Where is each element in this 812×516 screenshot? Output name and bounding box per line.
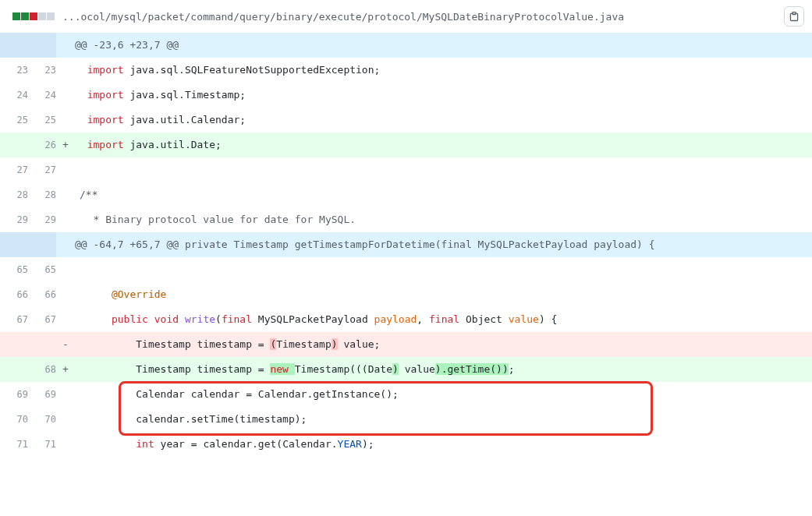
hunk-header: ⋮ @@ -64,7 +65,7 @@ private Timestamp ge…	[0, 232, 812, 257]
code: import java.util.Date;	[75, 133, 812, 157]
line-number-old[interactable]: 66	[0, 282, 28, 307]
code: calendar.setTime(timestamp);	[75, 407, 812, 432]
line-number-new[interactable]: 65	[28, 257, 56, 282]
diff-line: 70 70 calendar.setTime(timestamp);	[0, 407, 812, 432]
file-header: ...ocol/mysql/packet/command/query/binar…	[0, 0, 812, 33]
line-number-old[interactable]: 69	[0, 382, 28, 407]
diff-line: 71 71 int year = calendar.get(Calendar.Y…	[0, 432, 812, 457]
line-number-old[interactable]: 70	[0, 407, 28, 432]
code: * Binary protocol value for date for MyS…	[75, 207, 812, 232]
line-number-new[interactable]: 68	[28, 357, 56, 382]
line-number-old[interactable]: 65	[0, 257, 28, 282]
diff-line: 25 25 import java.util.Calendar;	[0, 108, 812, 133]
line-number-new[interactable]	[28, 332, 56, 357]
diff-container: ⋮ @@ -23,6 +23,7 @@ 23 23 import java.sq…	[0, 33, 812, 457]
line-number-new[interactable]: 69	[28, 382, 56, 407]
diff-line-added: 26 + import java.util.Date;	[0, 133, 812, 157]
line-number-old[interactable]: 24	[0, 83, 28, 108]
diff-line: 67 67 public void write(final MySQLPacke…	[0, 307, 812, 332]
diff-line: 27 27	[0, 157, 812, 182]
hunk-text: @@ -23,6 +23,7 @@	[75, 33, 812, 58]
line-number-old[interactable]: 23	[0, 58, 28, 83]
code	[75, 157, 812, 182]
line-number-new[interactable]: 24	[28, 83, 56, 108]
diff-line-deleted: - Timestamp timestamp = (Timestamp) valu…	[0, 332, 812, 357]
code: @Override	[75, 282, 812, 307]
line-number-new[interactable]: 26	[28, 133, 56, 157]
clipboard-icon	[789, 11, 800, 22]
line-number-new[interactable]: 66	[28, 282, 56, 307]
line-number-old[interactable]	[0, 357, 28, 382]
code: public void write(final MySQLPacketPaylo…	[75, 307, 812, 332]
hunk-text: @@ -64,7 +65,7 @@ private Timestamp getT…	[75, 232, 812, 257]
diff-line: 66 66 @Override	[0, 282, 812, 307]
expand-icon[interactable]: ⋮	[0, 33, 56, 58]
line-number-old[interactable]	[0, 133, 28, 157]
line-number-new[interactable]: 67	[28, 307, 56, 332]
line-number-old[interactable]	[0, 332, 28, 357]
code: Timestamp timestamp = (Timestamp) value;	[75, 332, 812, 357]
line-number-old[interactable]: 28	[0, 182, 28, 207]
diffstat-add-square	[21, 12, 29, 20]
code: import java.util.Calendar;	[75, 108, 812, 133]
diff-line: 69 69 Calendar calendar = Calendar.getIn…	[0, 382, 812, 407]
diffstat-neutral-square	[47, 12, 55, 20]
code: import java.sql.SQLFeatureNotSupportedEx…	[75, 58, 812, 83]
line-number-new[interactable]: 23	[28, 58, 56, 83]
line-number-new[interactable]: 28	[28, 182, 56, 207]
add-marker: +	[56, 357, 75, 382]
line-number-old[interactable]: 71	[0, 432, 28, 457]
line-number-old[interactable]: 27	[0, 157, 28, 182]
diff-line: 28 28 /**	[0, 182, 812, 207]
diffstat-add-square	[12, 12, 20, 20]
line-number-old[interactable]: 29	[0, 207, 28, 232]
diff-line: 29 29 * Binary protocol value for date f…	[0, 207, 812, 232]
line-number-old[interactable]: 67	[0, 307, 28, 332]
code	[75, 257, 812, 282]
copy-path-button[interactable]	[784, 6, 804, 27]
code: /**	[75, 182, 812, 207]
diff-line-added: 68 + Timestamp timestamp = new Timestamp…	[0, 357, 812, 382]
hunk-header: ⋮ @@ -23,6 +23,7 @@	[0, 33, 812, 58]
line-number-new[interactable]: 25	[28, 108, 56, 133]
diffstat-del-square	[30, 12, 37, 20]
add-marker: +	[56, 133, 75, 157]
code: Calendar calendar = Calendar.getInstance…	[75, 382, 812, 407]
diff-line: 23 23 import java.sql.SQLFeatureNotSuppo…	[0, 58, 812, 83]
code: Timestamp timestamp = new Timestamp(((Da…	[75, 357, 812, 382]
file-path[interactable]: ...ocol/mysql/packet/command/query/binar…	[62, 11, 779, 23]
diffstat-neutral-square	[38, 12, 46, 20]
diff-line: 65 65	[0, 257, 812, 282]
diff-line: 24 24 import java.sql.Timestamp;	[0, 83, 812, 108]
diffstat	[12, 12, 55, 20]
delete-marker: -	[56, 332, 75, 357]
diff-table: ⋮ @@ -23,6 +23,7 @@ 23 23 import java.sq…	[0, 33, 812, 457]
line-number-new[interactable]: 70	[28, 407, 56, 432]
code: int year = calendar.get(Calendar.YEAR);	[75, 432, 812, 457]
line-number-new[interactable]: 71	[28, 432, 56, 457]
expand-icon[interactable]: ⋮	[0, 232, 56, 257]
line-number-old[interactable]: 25	[0, 108, 28, 133]
line-number-new[interactable]: 29	[28, 207, 56, 232]
code: import java.sql.Timestamp;	[75, 83, 812, 108]
line-number-new[interactable]: 27	[28, 157, 56, 182]
